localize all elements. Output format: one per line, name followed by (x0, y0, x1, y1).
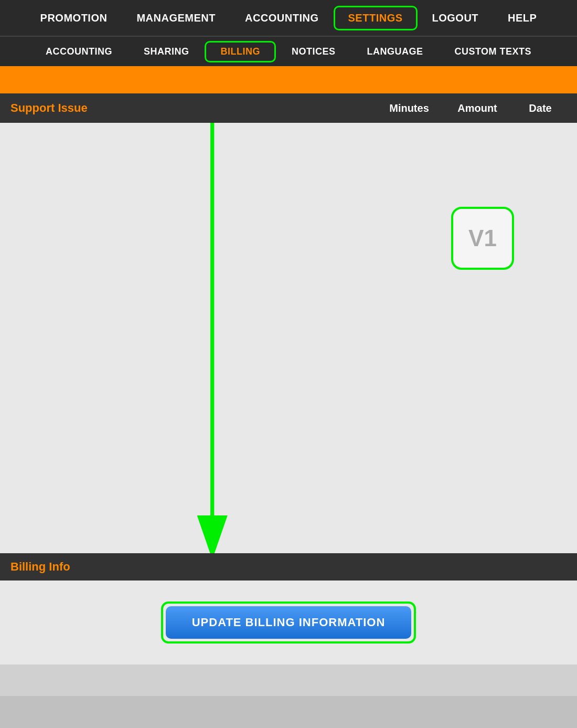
nav-item-promotion[interactable]: PROMOTION (26, 6, 122, 30)
main-content: Support Issue Minutes Amount Date V1 (0, 93, 577, 664)
nav-item-help[interactable]: HELP (493, 6, 551, 30)
nav-item-settings[interactable]: SETTINGS (334, 6, 418, 30)
subnav-custom-texts[interactable]: CUSTOM TEXTS (439, 41, 547, 62)
top-nav: PROMOTION MANAGEMENT ACCOUNTING SETTINGS… (0, 0, 577, 36)
subnav-notices[interactable]: NOTICES (276, 41, 351, 62)
subnav-language[interactable]: LANGUAGE (351, 41, 439, 62)
support-issue-label: Support Issue (10, 101, 378, 115)
col-minutes-header: Minutes (378, 102, 441, 114)
subnav-billing[interactable]: BILLING (205, 41, 276, 62)
orange-banner (0, 66, 577, 93)
sub-nav: ACCOUNTING SHARING BILLING NOTICES LANGU… (0, 36, 577, 66)
update-billing-section: UPDATE BILLING INFORMATION (0, 581, 577, 664)
billing-info-header: Billing Info (0, 553, 577, 581)
col-amount-header: Amount (441, 102, 514, 114)
subnav-accounting[interactable]: ACCOUNTING (30, 41, 128, 62)
col-date-header: Date (514, 102, 567, 114)
green-arrow (0, 123, 577, 553)
v1-badge: V1 (451, 207, 514, 270)
footer-area (0, 664, 577, 696)
update-billing-button[interactable]: UPDATE BILLING INFORMATION (166, 606, 412, 639)
nav-item-logout[interactable]: LOGOUT (418, 6, 494, 30)
page-wrapper: PROMOTION MANAGEMENT ACCOUNTING SETTINGS… (0, 0, 577, 696)
billing-info-label: Billing Info (10, 560, 70, 574)
nav-item-accounting[interactable]: ACCOUNTING (230, 6, 334, 30)
subnav-sharing[interactable]: SHARING (128, 41, 205, 62)
v1-text: V1 (468, 225, 497, 251)
table-body: V1 (0, 123, 577, 553)
nav-item-management[interactable]: MANAGEMENT (122, 6, 230, 30)
update-billing-btn-wrapper: UPDATE BILLING INFORMATION (161, 602, 416, 643)
table-header: Support Issue Minutes Amount Date (0, 93, 577, 123)
